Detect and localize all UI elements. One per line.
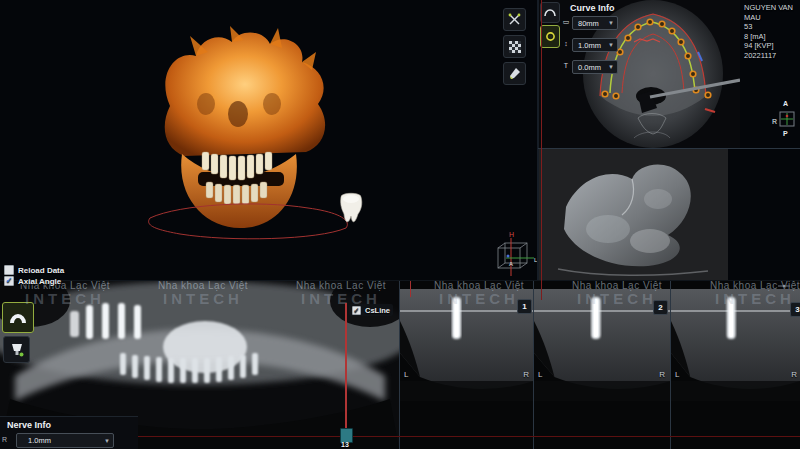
tooth-3d-object[interactable] (336, 190, 366, 226)
reload-data-checkbox[interactable] (4, 265, 14, 275)
study-date: 20221117 (744, 51, 798, 61)
nerve-diameter-select[interactable]: 1.0mm ▼ (16, 433, 114, 448)
checkerboard-icon (509, 41, 521, 53)
cross-section-slice-3 (671, 281, 800, 449)
right-marker: R (523, 370, 529, 379)
sagittal-ct-slice (538, 149, 728, 280)
implant-crown-icon (10, 342, 24, 357)
crossed-pins-icon (508, 13, 521, 26)
cross-section-slice-2 (534, 281, 671, 449)
slice-interval-value: 1.0mm (576, 41, 608, 50)
nerve-info-title: Nerve Info (7, 420, 51, 430)
pano-curve-outline (140, 196, 355, 244)
divider (533, 281, 534, 449)
thickness-icon: T (561, 62, 571, 69)
curve-width-value: 80mm (576, 19, 608, 28)
cross-section-view-1[interactable]: 1 L R (400, 281, 534, 449)
control-point-icon (545, 31, 556, 42)
nerve-diameter-value: 1.0mm (20, 436, 104, 445)
nerve-info-panel: Nerve Info R 1.0mm ▼ (0, 416, 138, 449)
patient-age: 53 (744, 22, 798, 32)
left-marker: L (404, 370, 408, 379)
svg-text:A: A (509, 261, 513, 267)
orientation-anterior-label: A (783, 100, 788, 107)
brush-tool-button[interactable] (503, 62, 526, 85)
chevron-down-icon: ▼ (608, 42, 614, 48)
axial-angle-checkbox[interactable]: ✓ (4, 276, 14, 286)
sculpt-tool-button[interactable] (503, 8, 526, 31)
curve-edit-button[interactable] (540, 25, 560, 48)
reload-data-label: Reload Data (18, 266, 64, 275)
reload-data-row[interactable]: Reload Data (4, 265, 64, 275)
cross-section-slice-1 (400, 281, 534, 449)
dental-cbct-app: H L A (0, 0, 800, 449)
dental-arch-icon (8, 311, 28, 324)
pano-range-icon: ▭ (561, 18, 571, 26)
curve-mode-button[interactable] (540, 2, 560, 23)
orientation-right-label: R (772, 118, 777, 125)
background-toggle-button[interactable] (503, 35, 526, 58)
orientation-crosshair-icon (779, 111, 795, 127)
chevron-down-icon: ▼ (608, 64, 614, 70)
right-marker: R (659, 370, 665, 379)
slice-number-badge: 3 (790, 302, 800, 317)
volume-3d-view[interactable]: H L A (0, 0, 537, 280)
orientation-mini-icon (774, 280, 794, 292)
cs-line-checkbox[interactable]: ✓ (352, 306, 361, 315)
sagittal-view[interactable] (538, 149, 800, 280)
nerve-side-label: R (2, 436, 7, 443)
orientation-cube[interactable]: H L A (486, 232, 537, 280)
axial-angle-row[interactable]: ✓ Axial Angle (4, 276, 61, 286)
slice-number-badge: 2 (653, 300, 668, 315)
cross-section-position-line[interactable] (345, 303, 347, 437)
patient-info: NGUYEN VAN MAU 53 8 [mA] 94 [KVP] 202211… (744, 3, 798, 60)
cross-section-view-2[interactable]: 2 L R (534, 281, 671, 449)
sagittal-reference-line[interactable] (541, 0, 542, 300)
cross-section-view-3[interactable]: 3 L R (671, 281, 800, 449)
axial-orientation-widget: A R P (772, 100, 800, 148)
interval-icon: ↕ (561, 40, 571, 47)
cs-line-marker (410, 281, 411, 297)
curve-info-title: Curve Info (570, 3, 615, 13)
cs-line-label: CsLine (365, 306, 390, 315)
implant-tool-button[interactable] (3, 336, 30, 363)
svg-text:H: H (509, 232, 514, 238)
orientation-posterior-label: P (783, 130, 788, 137)
divider (399, 281, 400, 449)
slice-thickness-value: 0.0mm (576, 63, 608, 72)
chevron-down-icon: ▼ (608, 20, 614, 26)
divider (538, 148, 800, 149)
left-marker: L (538, 370, 542, 379)
left-marker: L (675, 370, 679, 379)
curve-width-select[interactable]: 80mm ▼ (572, 16, 618, 30)
brush-icon (508, 67, 521, 80)
right-marker: R (791, 370, 797, 379)
cs-line-row[interactable]: ✓ CsLine (349, 304, 393, 316)
chevron-down-icon: ▼ (104, 438, 110, 444)
slice-interval-select[interactable]: 1.0mm ▼ (572, 38, 618, 52)
slice-number-badge: 1 (517, 299, 532, 314)
tube-current: 8 [mA] (744, 32, 798, 42)
slice-position-label: 13 (341, 441, 349, 448)
tube-voltage: 94 [KVP] (744, 41, 798, 51)
arch-icon (544, 8, 556, 17)
divider (537, 0, 539, 280)
patient-name: NGUYEN VAN MAU (744, 3, 798, 22)
divider (670, 281, 671, 449)
axial-angle-label: Axial Angle (18, 277, 61, 286)
slice-thickness-select[interactable]: 0.0mm ▼ (572, 60, 618, 74)
pano-curve-tool-button[interactable] (2, 302, 34, 333)
